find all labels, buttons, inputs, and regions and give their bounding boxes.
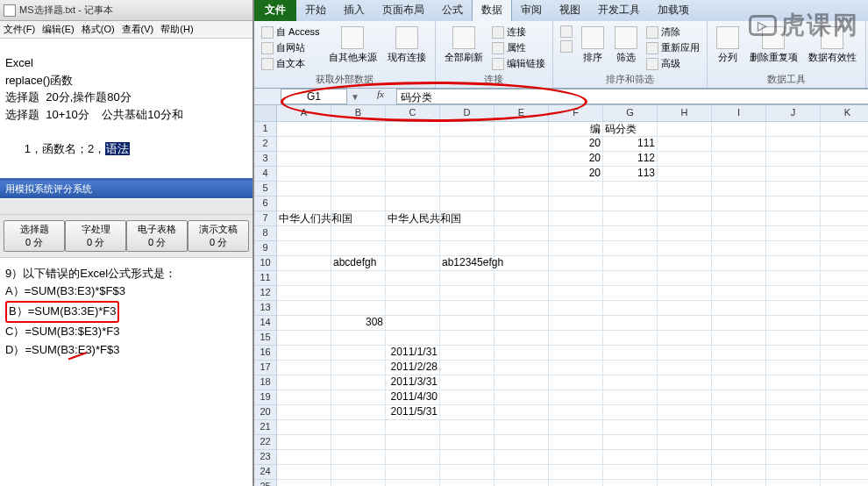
cell-C25[interactable] <box>386 480 440 486</box>
cell-K25[interactable] <box>821 480 868 486</box>
cell-F10[interactable] <box>549 256 603 270</box>
cell-F5[interactable] <box>549 182 603 196</box>
tab-dev[interactable]: 开发工具 <box>589 0 649 21</box>
file-tab[interactable]: 文件 <box>254 0 296 21</box>
cell-I7[interactable] <box>712 211 766 225</box>
cell-C19[interactable]: 2011/4/30 <box>386 390 440 404</box>
cell-C21[interactable] <box>386 420 440 434</box>
tab-view[interactable]: 视图 <box>551 0 589 21</box>
row-header-12[interactable]: 12 <box>254 286 276 301</box>
cell-G7[interactable] <box>603 211 658 225</box>
cell-G4[interactable]: 113 <box>603 167 658 181</box>
cell-B3[interactable] <box>331 152 386 166</box>
cell-F11[interactable] <box>549 271 603 285</box>
cell-B4[interactable] <box>331 167 386 181</box>
cell-D19[interactable] <box>440 390 494 404</box>
cell-F15[interactable] <box>549 331 603 345</box>
name-box[interactable]: G1 <box>281 89 347 104</box>
cell-A14[interactable] <box>277 316 331 330</box>
cell-A4[interactable] <box>277 167 331 181</box>
cell-G17[interactable] <box>603 361 658 375</box>
score-btn-ppt[interactable]: 演示文稿0 分 <box>188 220 249 252</box>
cell-E20[interactable] <box>494 405 549 419</box>
cell-C18[interactable]: 2011/3/31 <box>386 375 440 390</box>
cell-F14[interactable] <box>549 316 603 330</box>
notepad-content[interactable]: Excel replace()函数 选择题 20分,操作题80分 选择题 10+… <box>0 39 253 181</box>
cell-J4[interactable] <box>766 167 821 181</box>
col-header-I[interactable]: I <box>712 105 766 121</box>
row-header-10[interactable]: 10 <box>254 256 276 271</box>
cell-B13[interactable] <box>331 301 386 315</box>
cell-C16[interactable]: 2011/1/31 <box>386 346 440 360</box>
cell-B9[interactable] <box>331 241 386 255</box>
cell-J14[interactable] <box>766 316 821 330</box>
row-header-8[interactable]: 8 <box>254 226 276 241</box>
cell-G16[interactable] <box>603 346 658 360</box>
cell-J24[interactable] <box>766 465 821 479</box>
cell-E3[interactable] <box>494 152 549 166</box>
cell-K12[interactable] <box>821 286 868 300</box>
cell-J5[interactable] <box>766 182 821 196</box>
cell-A24[interactable] <box>277 465 331 479</box>
btn-text[interactable]: 自文本 <box>260 56 322 71</box>
cell-F23[interactable] <box>549 450 603 464</box>
cell-B14[interactable]: 308 <box>331 316 386 330</box>
cell-B7[interactable] <box>331 211 386 225</box>
cell-E15[interactable] <box>494 331 549 345</box>
btn-advanced[interactable]: 高级 <box>644 56 701 71</box>
cell-A7[interactable]: 中华人们共和国 <box>277 211 331 225</box>
cell-A5[interactable] <box>277 182 331 196</box>
cell-I18[interactable] <box>712 375 766 390</box>
cell-A2[interactable] <box>277 137 331 151</box>
cell-I14[interactable] <box>712 316 766 330</box>
cell-C4[interactable] <box>386 167 440 181</box>
cell-G15[interactable] <box>603 331 658 345</box>
col-header-E[interactable]: E <box>494 105 549 121</box>
cell-J22[interactable] <box>766 435 821 449</box>
cell-I6[interactable] <box>712 197 766 211</box>
cell-A22[interactable] <box>277 435 331 449</box>
cell-G5[interactable] <box>603 182 658 196</box>
btn-web[interactable]: 自网站 <box>260 40 322 55</box>
cell-J18[interactable] <box>766 375 821 390</box>
cell-J11[interactable] <box>766 271 821 285</box>
cell-I16[interactable] <box>712 346 766 360</box>
cell-E9[interactable] <box>494 241 549 255</box>
cell-J15[interactable] <box>766 331 821 345</box>
btn-filter[interactable]: 筛选 <box>611 25 641 66</box>
cell-K10[interactable] <box>821 256 868 270</box>
cell-E13[interactable] <box>494 301 549 315</box>
cell-H14[interactable] <box>658 316 712 330</box>
cell-E1[interactable] <box>494 122 549 136</box>
cell-J1[interactable] <box>766 122 821 136</box>
tab-addins[interactable]: 加载项 <box>649 0 698 21</box>
cell-C13[interactable] <box>386 301 440 315</box>
cell-I4[interactable] <box>712 167 766 181</box>
cell-D22[interactable] <box>440 435 494 449</box>
row-header-25[interactable]: 25 <box>254 480 276 486</box>
cell-D16[interactable] <box>440 346 494 360</box>
score-btn-choice[interactable]: 选择题0 分 <box>4 220 65 252</box>
cell-G21[interactable] <box>603 420 658 434</box>
cell-K24[interactable] <box>821 465 868 479</box>
cell-H9[interactable] <box>658 241 712 255</box>
cell-E2[interactable] <box>494 137 549 151</box>
cell-H18[interactable] <box>658 375 712 390</box>
cell-E11[interactable] <box>494 271 549 285</box>
cell-F18[interactable] <box>549 375 603 390</box>
cell-A3[interactable] <box>277 152 331 166</box>
row-header-7[interactable]: 7 <box>254 211 276 226</box>
row-header-3[interactable]: 3 <box>254 152 276 167</box>
menu-format[interactable]: 格式(O) <box>82 23 115 36</box>
btn-refresh-all[interactable]: 全部刷新 <box>441 25 487 66</box>
col-header-F[interactable]: F <box>549 105 603 121</box>
cell-F9[interactable] <box>549 241 603 255</box>
cell-F22[interactable] <box>549 435 603 449</box>
cell-A21[interactable] <box>277 420 331 434</box>
cell-H24[interactable] <box>658 465 712 479</box>
cell-H4[interactable] <box>658 167 712 181</box>
row-header-24[interactable]: 24 <box>254 465 276 480</box>
cell-D21[interactable] <box>440 420 494 434</box>
cell-B24[interactable] <box>331 465 386 479</box>
cell-H17[interactable] <box>658 361 712 375</box>
